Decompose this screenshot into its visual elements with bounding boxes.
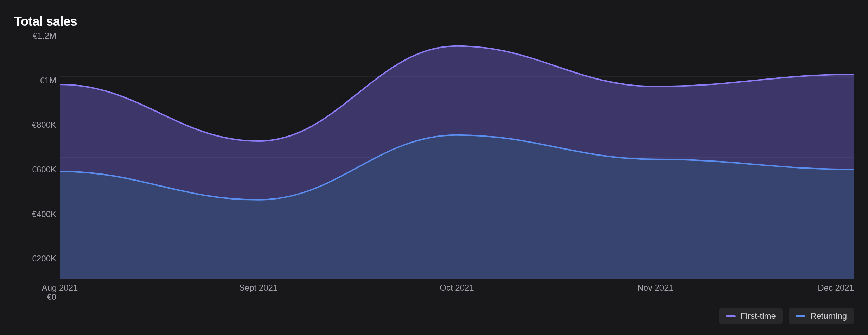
chart-area: €1.2M €1M €800K €600K €400K €200K €0 Aug… — [14, 36, 854, 303]
plot-region — [60, 36, 854, 279]
x-tick-label: Aug 2021 — [42, 283, 78, 293]
legend-item-first-time[interactable]: First-time — [719, 308, 783, 324]
gridline — [60, 279, 854, 279]
legend-label: Returning — [810, 311, 847, 321]
chart-legend: First-time Returning — [719, 308, 854, 324]
chart-title: Total sales — [14, 14, 854, 29]
legend-swatch-icon — [796, 315, 805, 317]
y-tick-label: €800K — [32, 120, 56, 130]
sales-chart-card: Total sales €1.2M €1M €800K €600K €400K … — [0, 0, 868, 335]
y-tick-label: €600K — [32, 165, 56, 175]
x-tick-label: Sept 2021 — [239, 283, 277, 293]
legend-label: First-time — [741, 311, 776, 321]
x-tick-label: Nov 2021 — [637, 283, 674, 293]
y-tick-label: €200K — [32, 254, 56, 264]
y-tick-label: €0 — [47, 292, 56, 302]
chart-svg — [60, 36, 854, 279]
y-tick-label: €1M — [40, 76, 56, 86]
x-tick-label: Oct 2021 — [440, 283, 474, 293]
y-tick-label: €400K — [32, 209, 56, 219]
legend-item-returning[interactable]: Returning — [789, 308, 854, 324]
y-tick-label: €1.2M — [33, 31, 56, 41]
x-tick-label: Dec 2021 — [818, 283, 854, 293]
legend-swatch-icon — [726, 315, 736, 317]
